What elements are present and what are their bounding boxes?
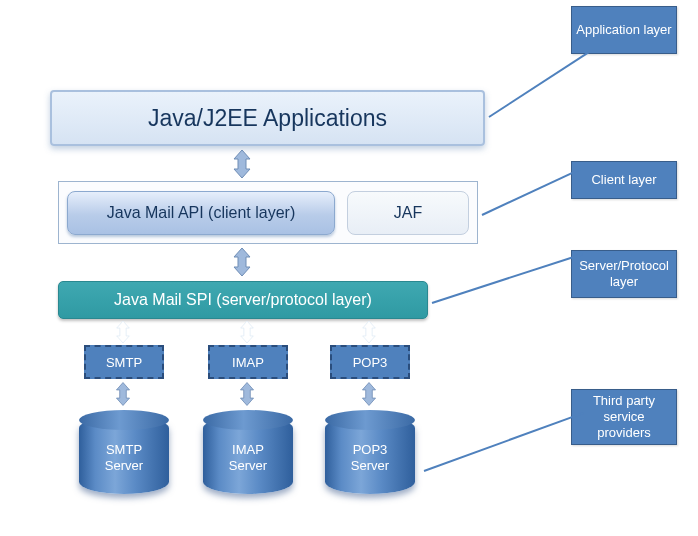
api-label: Java Mail API (client layer) <box>107 204 296 222</box>
server-name: POP3 <box>353 442 388 457</box>
connector-line <box>424 412 584 472</box>
server-sub: Server <box>105 458 143 473</box>
app-layer-box: Java/J2EE Applications <box>50 90 485 146</box>
jaf-box: JAF <box>347 191 469 235</box>
double-arrow-icon <box>114 321 132 343</box>
double-arrow-icon <box>231 248 253 276</box>
double-arrow-icon <box>231 150 253 178</box>
label-third-party: Third party service providers <box>571 389 677 445</box>
double-arrow-icon <box>238 321 256 343</box>
protocol-label: POP3 <box>353 355 388 370</box>
protocol-smtp-box: SMTP <box>84 345 164 379</box>
label-server-protocol-layer: Server/Protocol layer <box>571 250 677 298</box>
java-mail-api-box: Java Mail API (client layer) <box>67 191 335 235</box>
server-pop3-cylinder: POP3 Server <box>325 416 415 494</box>
connector-line <box>482 168 581 215</box>
double-arrow-icon <box>360 321 378 343</box>
spi-label: Java Mail SPI (server/protocol layer) <box>114 291 372 309</box>
server-sub: Server <box>351 458 389 473</box>
jaf-label: JAF <box>394 204 422 222</box>
protocol-label: IMAP <box>232 355 264 370</box>
java-mail-spi-box: Java Mail SPI (server/protocol layer) <box>58 281 428 319</box>
label-text: Server/Protocol layer <box>576 258 672 291</box>
double-arrow-icon <box>114 382 132 406</box>
server-smtp-cylinder: SMTP Server <box>79 416 169 494</box>
label-text: Application layer <box>576 22 671 38</box>
label-application-layer: Application layer <box>571 6 677 54</box>
server-name: IMAP <box>232 442 264 457</box>
connector-line <box>488 51 590 118</box>
double-arrow-icon <box>360 382 378 406</box>
client-layer-container: Java Mail API (client layer) JAF <box>58 181 478 244</box>
label-client-layer: Client layer <box>571 161 677 199</box>
app-layer-title: Java/J2EE Applications <box>148 105 387 132</box>
protocol-label: SMTP <box>106 355 142 370</box>
label-text: Third party service providers <box>576 393 672 442</box>
server-name: SMTP <box>106 442 142 457</box>
double-arrow-icon <box>238 382 256 406</box>
server-imap-cylinder: IMAP Server <box>203 416 293 494</box>
protocol-pop3-box: POP3 <box>330 345 410 379</box>
server-sub: Server <box>229 458 267 473</box>
connector-line <box>432 253 583 304</box>
label-text: Client layer <box>591 172 656 188</box>
protocol-imap-box: IMAP <box>208 345 288 379</box>
